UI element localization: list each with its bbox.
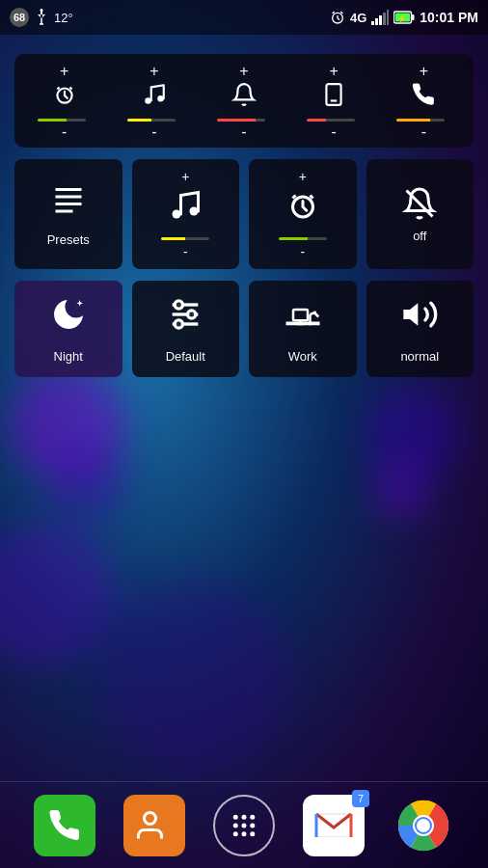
call-vol-plus[interactable]: +	[420, 64, 428, 79]
svg-point-55	[417, 819, 430, 832]
music-tile-icon	[168, 188, 203, 230]
svg-point-45	[241, 823, 246, 827]
svg-point-48	[241, 831, 246, 836]
svg-rect-18	[55, 188, 81, 191]
svg-point-46	[250, 823, 255, 827]
status-right: 4G ⚡ 10:01 PM	[330, 10, 478, 25]
normal-icon	[400, 295, 439, 340]
svg-line-38	[313, 312, 318, 316]
svg-rect-11	[412, 14, 415, 20]
notif-vol-bar	[217, 116, 271, 120]
normal-tile[interactable]: normal	[366, 281, 474, 377]
tiles-row2: Night Default	[14, 281, 474, 377]
status-bar: 68 12° 4G ⚡	[0, 0, 488, 35]
dock-apps[interactable]	[213, 795, 275, 856]
alarm-tile[interactable]: + -	[249, 159, 357, 269]
network-type: 4G	[350, 11, 366, 25]
svg-point-47	[233, 831, 238, 836]
volume-control-bar: + - +	[14, 54, 474, 148]
alarm-tile-minus[interactable]: -	[300, 244, 305, 259]
svg-rect-4	[371, 21, 374, 25]
svg-point-0	[41, 9, 43, 12]
off-tile[interactable]: off	[366, 159, 474, 269]
contacts-dock-icon	[137, 808, 172, 843]
normal-label: normal	[400, 349, 439, 364]
music-tile-minus[interactable]: -	[183, 244, 188, 259]
dock-contacts[interactable]	[123, 795, 185, 856]
gmail-badge: 7	[352, 790, 369, 807]
alarm-vol-bar	[38, 116, 92, 120]
svg-point-49	[250, 831, 255, 836]
presets-tile[interactable]: Presets	[14, 159, 122, 269]
notif-vol-plus[interactable]: +	[239, 64, 248, 79]
svg-point-31	[175, 319, 182, 327]
svg-rect-7	[383, 13, 386, 25]
alarm-tile-bar	[279, 237, 327, 240]
dock-phone[interactable]	[34, 795, 95, 856]
apps-dock-icon	[230, 811, 258, 840]
svg-point-23	[190, 207, 199, 216]
svg-rect-5	[375, 18, 378, 25]
ringer-vol-icon	[321, 82, 346, 113]
music-tile-bar	[161, 237, 209, 240]
svg-rect-20	[55, 203, 81, 205]
default-label: Default	[166, 349, 205, 364]
notif-vol-minus[interactable]: -	[241, 124, 246, 140]
signal-icon	[371, 10, 389, 25]
night-tile[interactable]: Night	[14, 281, 122, 377]
alarm-tile-plus[interactable]: +	[299, 169, 307, 184]
presets-label: Presets	[47, 232, 90, 247]
default-icon	[166, 295, 204, 340]
svg-rect-6	[379, 15, 382, 25]
dock-gmail[interactable]: 7	[303, 795, 365, 856]
svg-rect-8	[387, 10, 389, 25]
battery-badge: 68	[10, 8, 29, 27]
music-tile-plus[interactable]: +	[181, 169, 189, 184]
music-vol-minus[interactable]: -	[151, 124, 156, 140]
usb-icon	[35, 9, 48, 26]
svg-point-15	[157, 95, 164, 102]
svg-rect-51	[314, 837, 353, 841]
ringer-vol-plus[interactable]: +	[330, 64, 339, 79]
status-left: 68 12°	[10, 8, 73, 27]
music-vol-plus[interactable]: +	[149, 64, 158, 79]
call-vol-minus[interactable]: -	[421, 124, 426, 140]
off-bell-icon	[402, 186, 437, 221]
music-tile[interactable]: + -	[132, 159, 240, 269]
ringer-vol-minus[interactable]: -	[332, 124, 337, 140]
dock-chrome[interactable]	[393, 795, 454, 856]
alarm-status-icon	[330, 10, 345, 25]
svg-point-41	[233, 814, 238, 819]
tiles-row1: Presets + - +	[14, 159, 474, 269]
call-vol-bar	[396, 116, 450, 120]
svg-point-40	[144, 812, 155, 824]
call-vol-icon	[411, 82, 436, 113]
ringer-volume[interactable]: + -	[289, 64, 379, 140]
widget-area: + - +	[0, 35, 488, 396]
svg-point-14	[145, 97, 151, 104]
svg-rect-19	[55, 195, 81, 198]
default-tile[interactable]: Default	[132, 281, 240, 377]
svg-point-44	[233, 823, 238, 827]
svg-rect-21	[55, 209, 72, 212]
ringer-vol-bar	[307, 116, 361, 120]
notification-volume[interactable]: + -	[199, 64, 288, 140]
off-icon-container	[402, 186, 437, 225]
svg-point-43	[250, 814, 255, 819]
work-tile[interactable]: Work	[249, 281, 357, 377]
svg-point-22	[173, 210, 181, 219]
alarm-vol-minus[interactable]: -	[62, 124, 67, 140]
temperature: 12°	[54, 11, 73, 25]
night-icon	[49, 295, 88, 340]
gmail-dock-icon	[314, 810, 353, 841]
music-volume[interactable]: + -	[109, 64, 199, 140]
work-label: Work	[288, 349, 317, 364]
music-vol-bar	[127, 116, 181, 120]
call-volume[interactable]: + -	[379, 64, 469, 140]
phone-dock-icon	[47, 808, 82, 843]
alarm-tile-icon	[285, 188, 320, 230]
alarm-volume[interactable]: + -	[19, 64, 109, 140]
notif-vol-icon	[231, 82, 257, 113]
night-label: Night	[54, 349, 83, 364]
alarm-vol-plus[interactable]: +	[60, 64, 68, 79]
